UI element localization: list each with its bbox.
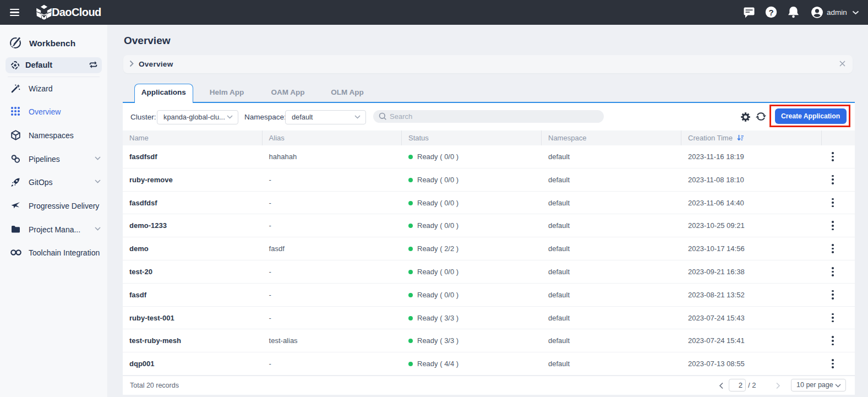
svg-text:?: ? <box>768 8 773 17</box>
